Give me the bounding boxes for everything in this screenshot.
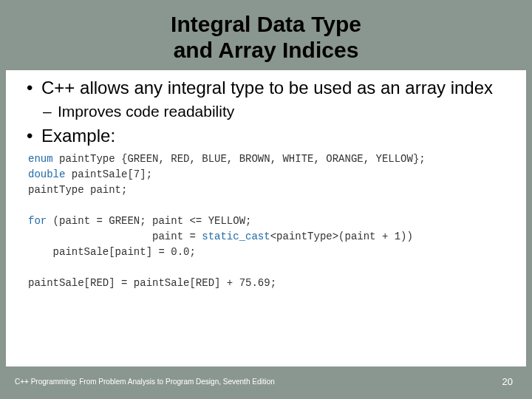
slide-title: Integral Data Type and Array Indices bbox=[6, 12, 526, 63]
code-line-9: paintSale[RED] = paintSale[RED] + 75.69; bbox=[28, 277, 276, 289]
code-example: enum paintType {GREEN, RED, BLUE, BROWN,… bbox=[25, 151, 507, 291]
keyword-for: for bbox=[28, 215, 47, 227]
code-line-1-rest: paintType {GREEN, RED, BLUE, BROWN, WHIT… bbox=[53, 153, 426, 165]
code-line-6b: <paintType>(paint + 1)) bbox=[270, 231, 413, 242]
bullet-2: Example: bbox=[25, 126, 507, 147]
keyword-static-cast: static_cast bbox=[202, 231, 270, 242]
page-number: 20 bbox=[502, 376, 513, 387]
sub-bullet-list: Improves code readability bbox=[41, 102, 507, 121]
code-blank-1 bbox=[28, 200, 34, 211]
keyword-double: double bbox=[28, 168, 65, 180]
code-line-2-rest: paintSale[7]; bbox=[65, 168, 152, 180]
code-blank-2 bbox=[28, 262, 34, 273]
title-line-2: and Array Indices bbox=[174, 38, 359, 62]
footer-text: C++ Programming: From Problem Analysis t… bbox=[15, 378, 275, 386]
code-line-7: paintSale[paint] = 0.0; bbox=[28, 246, 196, 258]
bullet-list: C++ allows any integral type to be used … bbox=[25, 78, 507, 147]
title-line-1: Integral Data Type bbox=[171, 12, 361, 36]
footer: C++ Programming: From Problem Analysis t… bbox=[6, 369, 526, 393]
code-line-6a: paint = bbox=[28, 231, 202, 242]
code-line-5-rest: (paint = GREEN; paint <= YELLOW; bbox=[47, 215, 251, 227]
bullet-1-text: C++ allows any integral type to be used … bbox=[41, 78, 493, 98]
keyword-enum: enum bbox=[28, 153, 53, 165]
slide-inner: Integral Data Type and Array Indices C++… bbox=[6, 6, 526, 366]
title-bar: Integral Data Type and Array Indices bbox=[6, 6, 526, 70]
code-line-3: paintType paint; bbox=[28, 184, 127, 196]
slide: Integral Data Type and Array Indices C++… bbox=[0, 0, 532, 399]
bullet-1: C++ allows any integral type to be used … bbox=[25, 78, 507, 121]
sub-bullet-1: Improves code readability bbox=[41, 102, 507, 121]
slide-body: C++ allows any integral type to be used … bbox=[6, 70, 526, 291]
